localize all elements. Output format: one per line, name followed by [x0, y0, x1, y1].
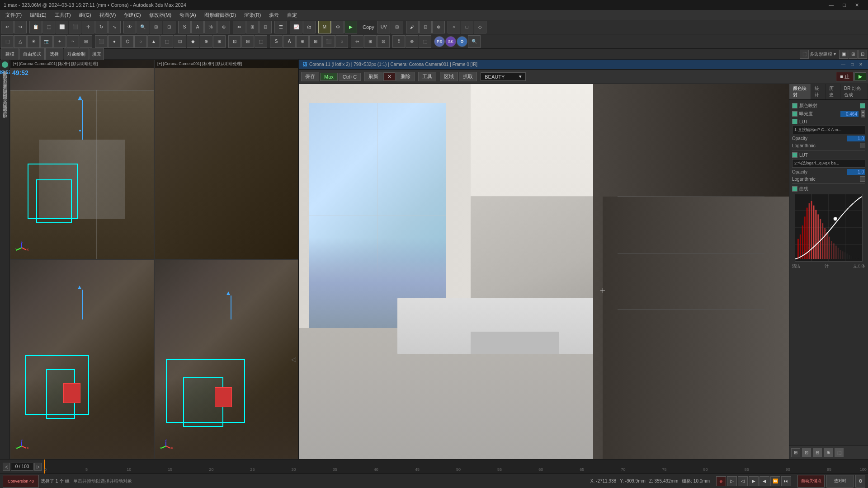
frame-input-field[interactable] [11, 463, 33, 471]
tab-stats[interactable]: 统计 [811, 84, 826, 99]
menu-view[interactable]: 视图(V) [96, 11, 120, 19]
timeline-track[interactable]: 0 5 10 15 20 25 30 35 40 45 50 55 60 65 … [44, 460, 868, 474]
vfb-delete-btn[interactable]: 删除 [396, 72, 415, 81]
systems-btn[interactable]: ⊞ [80, 35, 92, 48]
obj2-btn[interactable]: □ [461, 21, 473, 33]
zoom-region-btn[interactable]: ⊡ [163, 21, 175, 33]
vfb-icon-1[interactable]: ⊞ [791, 448, 800, 457]
obj3-btn[interactable]: ◇ [474, 21, 486, 33]
sidebar-file[interactable]: 文件 [1, 77, 9, 80]
cameras-btn[interactable]: 📷 [40, 35, 53, 48]
close-btn[interactable]: ✕ [853, 2, 861, 8]
snap4-btn[interactable]: ⊞ [309, 35, 322, 48]
poly-btn-1[interactable]: ▣ [839, 50, 848, 59]
menu-graph-editor[interactable]: 图形编辑器(D) [201, 11, 240, 19]
freeform-mode-btn[interactable]: 自由形式 [19, 48, 45, 61]
tab-history[interactable]: 历史 [826, 84, 840, 99]
snap2-btn[interactable]: A [283, 35, 296, 48]
conversion-btn[interactable]: Conversion 40 [3, 475, 39, 488]
lut2-value[interactable]: 2:勾选logari...q AqX ba... [792, 159, 865, 168]
vfb-mode-btn[interactable]: Max [320, 73, 338, 81]
clone-paint-btn[interactable]: ⊡ [419, 21, 432, 33]
poly-btn-3[interactable]: ⊡ [858, 50, 867, 59]
curve-checkbox[interactable] [792, 186, 797, 192]
schematic-view-btn[interactable]: 🗂 [303, 21, 316, 33]
exposure-up[interactable]: ▲ [861, 110, 865, 114]
geo3-btn[interactable]: ⊡ [174, 35, 186, 48]
vfb-beauty-select[interactable]: BEAUTY ▾ [481, 72, 526, 81]
vfb-minimize-btn[interactable]: — [839, 62, 847, 67]
material-editor-btn[interactable]: M [318, 21, 331, 33]
geo2-btn[interactable]: ⬚ [160, 35, 173, 48]
lut2-log-checkbox[interactable] [860, 176, 865, 182]
lut1-log-checkbox[interactable] [860, 143, 865, 148]
vfb-play-btn[interactable]: ▶ [854, 72, 866, 81]
geo8-btn[interactable]: ⊟ [241, 35, 254, 48]
sidebar-cameras[interactable]: 相机 [1, 120, 9, 124]
vfb-save-btn[interactable]: 保存 [301, 72, 319, 81]
menu-animation[interactable]: 动画(A) [176, 11, 200, 19]
array-btn[interactable]: ⊞ [364, 35, 377, 48]
scale-btn[interactable]: ⤡ [108, 21, 121, 33]
sidebar-model[interactable]: 模型 [1, 99, 9, 102]
select-crossing-btn[interactable]: ⬛ [69, 21, 81, 33]
frame-prev-nav[interactable]: ◁ [3, 463, 10, 471]
zoom-all-btn[interactable]: ⊞ [150, 21, 162, 33]
tab-color-mapping[interactable]: 颜色映射 [789, 84, 811, 99]
sidebar-display[interactable]: 显示 [1, 88, 9, 91]
lut1-opacity-input[interactable] [847, 136, 865, 141]
sidebar-interior[interactable]: 室内 [1, 102, 9, 106]
auto-key-btn[interactable]: 自动关键点 [797, 475, 825, 488]
torus-btn[interactable]: ○ [134, 35, 147, 48]
render-setup-btn[interactable]: ⚙ [331, 21, 344, 33]
sphere-btn[interactable]: ● [108, 35, 121, 48]
curve-widget[interactable] [795, 194, 863, 262]
shapes-btn[interactable]: △ [14, 35, 27, 48]
viewport-bottom-right[interactable]: ◁ X Y Z [154, 259, 298, 459]
mirror2-btn[interactable]: ⇔ [351, 35, 363, 48]
vfb-grab-btn[interactable]: 抓取 [459, 72, 477, 81]
anim-key-mode-btn[interactable]: ⊕ [716, 476, 726, 486]
vfb-refresh-btn[interactable]: 刷新 [364, 72, 382, 81]
viewport-top-right[interactable]: [+] [Corona Camera001] [标准*] [默认明暗处理] [154, 60, 298, 259]
redo-btn[interactable]: ↪ [14, 21, 27, 33]
tab-dr[interactable]: DR 灯光合成 [840, 84, 868, 99]
lut1-checkbox[interactable] [792, 119, 797, 124]
snap-toggle[interactable]: S [178, 21, 191, 33]
time-config-btn[interactable]: ⚙ [855, 475, 865, 488]
user-avatar-2[interactable]: SK [445, 36, 456, 47]
select-by-name-btn[interactable]: 📋 [29, 21, 42, 33]
vfb-icon-3[interactable]: ⊟ [813, 448, 822, 457]
search-btn[interactable]: 🔍 [468, 35, 481, 48]
snap5-btn[interactable]: ⬛ [322, 35, 335, 48]
color-mapping-checkbox[interactable] [792, 103, 797, 108]
sidebar-materials[interactable]: 材质 [1, 113, 9, 117]
geo7-btn[interactable]: ⊡ [228, 35, 241, 48]
viewport-top-left[interactable]: [+] [Corona Camera001] [标准*] [默认明暗处理] [10, 60, 154, 259]
vfb-ctrl-c-btn[interactable]: Ctrl+C [339, 73, 361, 81]
lut2-checkbox[interactable] [792, 152, 797, 158]
spacewarps-btn[interactable]: ~ [66, 35, 79, 48]
user-avatar-1[interactable]: PS [434, 36, 445, 47]
uv-btn[interactable]: UV [377, 21, 390, 33]
sidebar-select[interactable]: 选择 [1, 84, 9, 88]
percent-snap[interactable]: % [204, 21, 217, 33]
model-mode-btn[interactable]: 建模 [1, 48, 19, 61]
sidebar-exterior[interactable]: 室外 [1, 106, 9, 109]
vfb-maximize-btn[interactable]: □ [849, 62, 855, 67]
lut1-value[interactable]: 1:直接输出mP C...X A m... [792, 126, 865, 134]
vp-br-divider[interactable]: ◁ [291, 356, 296, 363]
poly-model-icon[interactable]: ⬚ [800, 50, 809, 59]
sidebar-graphics[interactable]: 图形 [1, 109, 9, 113]
quick-align-btn[interactable]: ⊟ [259, 21, 272, 33]
menu-create[interactable]: 创建(C) [120, 11, 144, 19]
scatter-btn[interactable]: ⠿ [392, 35, 405, 48]
geo4-btn[interactable]: ◆ [187, 35, 199, 48]
snap3-btn[interactable]: ⊕ [296, 35, 309, 48]
undo-btn[interactable]: ↩ [1, 21, 14, 33]
vfb-stop-btn[interactable]: ■ 止 [836, 72, 854, 81]
zoom-btn[interactable]: 🔍 [137, 21, 149, 33]
frame-next-nav[interactable]: ▷ [34, 463, 42, 471]
color-mapping-check2[interactable] [860, 103, 865, 108]
helpers-btn[interactable]: + [53, 35, 66, 48]
